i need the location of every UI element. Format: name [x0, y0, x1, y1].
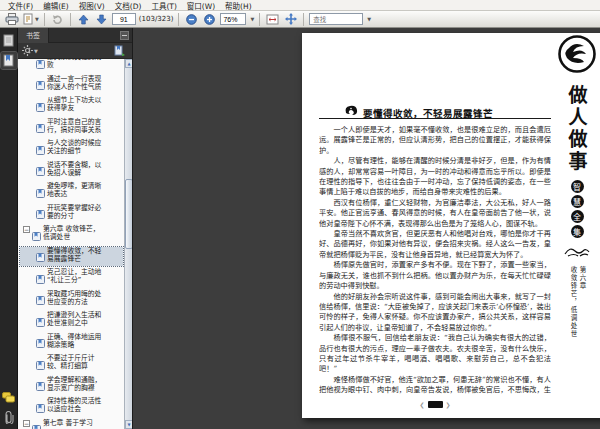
expand-current-bookmark-button[interactable] — [114, 45, 125, 56]
subtitle-seal-char: 集 — [571, 225, 584, 238]
four-arrows-icon — [285, 13, 297, 25]
chapter-label-vertical: 第六章收敛锋芒，低调处世 — [568, 266, 586, 338]
bookmark-item[interactable]: − 学会理解和通融，显示宽广的胸襟 — [20, 376, 123, 396]
page-count-label: (103/323) — [139, 15, 174, 23]
menu-item[interactable]: 视图(V) — [74, 0, 110, 11]
next-page-button[interactable] — [94, 12, 109, 26]
zoom-in-icon — [204, 14, 215, 25]
bookmark-item[interactable]: − 第六章 收敛锋芒，低调处世 — [20, 225, 123, 245]
bookmark-item[interactable]: − 从细节上下功夫以获得挚友 — [20, 96, 123, 116]
bookmark-label: 与人交谈的时候应关注的细节 — [47, 139, 105, 155]
bookmark-item[interactable]: − 避免啰嗦，更清晰地表达 — [20, 182, 123, 202]
body-paragraph: 杨惲很不服气，回信给老朋友说：“我自己认为确实有很大的过错，品行也有很大的污点，… — [319, 333, 551, 375]
scrollbar-thumb[interactable] — [125, 179, 132, 249]
print-button[interactable] — [4, 12, 19, 26]
panel-menu-icon[interactable] — [120, 31, 129, 40]
bookmark-item[interactable]: − 接关系到交往的成败 — [20, 59, 123, 73]
printer-icon — [5, 13, 19, 25]
menu-item[interactable]: 帮助(H) — [220, 0, 257, 11]
bookmarks-tab[interactable]: 书签 — [18, 28, 49, 43]
document-pane[interactable]: 要懂得收敛，不轻易展露锋芒 一个人即使是天才，如果毫不懂收敛，也是很难立足的，而… — [133, 28, 600, 429]
book-title-vertical: 做人做事 — [564, 85, 591, 173]
body-paragraph: 杨惲原先做官时，添置家产多有不便。现在下野了，添置一些家当，与廉政无关，谁也抓不… — [319, 260, 551, 291]
previous-view-button[interactable] — [50, 12, 65, 26]
bookmark-page-icon — [36, 140, 45, 159]
bookmark-page-icon — [36, 183, 45, 202]
zoom-dropdown-caret[interactable]: ▼ — [250, 16, 254, 22]
bookmark-label: 第七章 善于学习 — [43, 419, 101, 427]
bookmark-label: 学会理解和通融，显示宽广的胸襟 — [47, 376, 105, 392]
menu-bar: 文件(F)编辑(E)视图(V)文档(D)工具(T)窗口(W)帮助(H) — [0, 0, 600, 11]
toolbar: ▼ (103/323) ▼ ▼ — [0, 11, 600, 28]
dragon-flourish-icon — [564, 243, 590, 262]
book-subtitle-seals: 智慧全集 — [571, 180, 584, 238]
bookmark-item[interactable]: − 把谦逊列入生活和处世准则之中 — [20, 311, 123, 331]
zoom-out-button[interactable] — [184, 12, 199, 26]
bookmark-label: 把谦逊列入生活和处世准则之中 — [47, 311, 105, 327]
menu-item[interactable]: 窗口(W) — [182, 0, 220, 11]
navigation-panel-strip — [0, 28, 18, 429]
fit-page-button[interactable] — [283, 12, 298, 26]
body-paragraph: 西汉有位杨惲，重仁义轻财物，为官廉洁奉法，大公无私，好人一路平安。他正官运亨通、… — [319, 198, 551, 229]
bookmark-item[interactable]: − 说话不要含糊，以免招人误解 — [20, 161, 123, 181]
body-paragraph: 皇帝当然不喜欢贪官，但更厌恶有人和他唱对台戏，哪怕是你才干再好、品德再好，你如果… — [319, 229, 551, 260]
zoom-level-input[interactable] — [220, 13, 246, 25]
bookmarks-panel-button[interactable] — [1, 52, 17, 69]
bookmark-page-icon — [36, 269, 45, 288]
bookmark-page-icon — [36, 312, 45, 331]
bookmark-item[interactable]: − 采取藏巧用晦的处世应变的方法 — [20, 290, 123, 310]
scroll-down-arrow[interactable]: ▼ — [125, 420, 132, 429]
bookmark-label: 说话不要含糊，以免招人误解 — [47, 161, 105, 177]
search-input[interactable] — [309, 13, 363, 25]
zoom-out-icon — [186, 14, 197, 25]
bookmark-item[interactable]: − 要懂得收敛，不轻易展露锋芒 — [20, 247, 123, 267]
down-arrow-icon — [96, 14, 107, 25]
bookmark-item[interactable]: − 通过一言一行表现你迷人的个性气质 — [20, 75, 123, 95]
bookmark-label: 不要过于斤斤计较、精打细算 — [47, 354, 105, 370]
comments-panel-button[interactable] — [1, 389, 17, 406]
bookmark-page-icon — [36, 247, 45, 266]
title-rule — [319, 118, 551, 119]
menu-item[interactable]: 文档(D) — [110, 0, 147, 11]
bookmark-item[interactable]: − 平时注意自己的言行，搞好同事关系 — [20, 118, 123, 138]
bookmark-label: 避免啰嗦，更清晰地表达 — [47, 182, 105, 198]
bookmark-page-icon — [36, 204, 45, 223]
bookmark-panel-body: − 接关系到交往的成败 − 通过一言一行表现你迷人的个 — [18, 59, 132, 429]
bookmark-item[interactable]: − 克己忍让，主动地“礼让三分” — [20, 268, 123, 288]
sidebar-scrollbar[interactable]: ▲ ▼ — [124, 59, 132, 429]
collapse-minus-icon[interactable]: − — [23, 226, 30, 233]
bookmark-page-icon — [36, 398, 45, 417]
scroll-up-arrow[interactable]: ▲ — [125, 59, 132, 68]
menu-item[interactable]: 编辑(E) — [38, 0, 74, 11]
pages-panel-button[interactable] — [1, 32, 17, 49]
menu-item[interactable]: 工具(T) — [146, 0, 181, 11]
attachments-panel-button[interactable] — [1, 409, 17, 426]
bookmark-page-icon — [32, 419, 41, 429]
bookmark-item[interactable]: − 保持性格的灵活性以适应社会 — [20, 397, 123, 417]
menu-item[interactable]: 文件(F) — [3, 0, 38, 11]
previous-page-button[interactable] — [76, 12, 91, 26]
bookmark-page-icon — [36, 97, 45, 116]
bookmarks-icon — [3, 54, 14, 67]
bookmark-label: 平时注意自己的言行，搞好同事关系 — [47, 118, 105, 134]
collapse-minus-icon[interactable]: − — [23, 420, 30, 427]
bookmark-label: 从细节上下功夫以获得挚友 — [47, 96, 105, 112]
search-dropdown-caret[interactable]: ▼ — [367, 16, 371, 22]
bookmark-item[interactable]: − 正确、得体地运用糊涂策略 — [20, 333, 123, 353]
bookmark-item[interactable]: − 不要过于斤斤计较、精打细算 — [20, 354, 123, 374]
body-paragraph: 难怪杨惲做不好官，他连“欲加之罪，何患无辞”的常识也不懂，有人把他视为眼中钉、肉… — [319, 375, 551, 395]
bookmark-item[interactable]: − 开玩笑要掌握好必要的分寸 — [20, 204, 123, 224]
bookmark-label: 开玩笑要掌握好必要的分寸 — [47, 204, 105, 220]
bookmark-item[interactable]: − 第七章 善于学习 — [20, 419, 123, 429]
bookmark-label: 正确、得体地运用糊涂策略 — [47, 333, 105, 349]
content-area: 书签 ▼ − — [0, 28, 600, 429]
bookmark-page-icon — [36, 161, 45, 180]
fit-width-button[interactable] — [265, 12, 280, 26]
bookmark-label: 通过一言一行表现你迷人的个性气质 — [47, 75, 105, 91]
export-button[interactable]: ▼ — [22, 12, 39, 26]
zoom-in-button[interactable] — [202, 12, 217, 26]
page-number-input[interactable] — [112, 13, 136, 25]
bookmark-item[interactable]: − 与人交谈的时候应关注的细节 — [20, 139, 123, 159]
bookmark-options-button[interactable]: ▼ — [22, 45, 38, 56]
bookmark-page-icon — [36, 59, 45, 73]
